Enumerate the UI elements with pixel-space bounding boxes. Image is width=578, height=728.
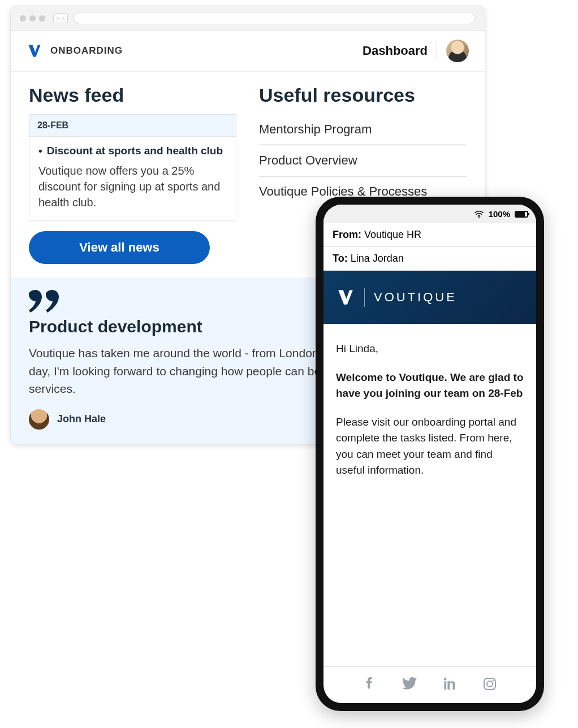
svg-point-4 bbox=[487, 681, 493, 687]
mail-body: Hi Linda, Welcome to Voutique. We are gl… bbox=[323, 324, 536, 666]
resources-heading: Useful resources bbox=[259, 84, 467, 106]
traffic-dot-icon bbox=[39, 15, 45, 21]
svg-rect-3 bbox=[484, 678, 495, 690]
mail-to-row: To: Lina Jordan bbox=[323, 247, 536, 271]
brand: ONBOARDING bbox=[27, 43, 123, 59]
resource-link[interactable]: Mentorship Program bbox=[259, 114, 467, 145]
mail-greeting: Hi Linda, bbox=[336, 341, 524, 357]
twitter-icon[interactable] bbox=[402, 677, 417, 690]
battery-percentage: 100% bbox=[489, 209, 510, 219]
quote-icon bbox=[29, 290, 59, 313]
to-value: Lina Jordan bbox=[351, 253, 404, 264]
facebook-icon[interactable] bbox=[363, 677, 376, 690]
news-title: Discount at sports and health club bbox=[38, 145, 227, 157]
mail-paragraph: Please visit our onboarding portal and c… bbox=[336, 414, 524, 479]
view-all-news-button[interactable]: View all news bbox=[29, 231, 210, 264]
svg-point-0 bbox=[38, 45, 40, 47]
window-traffic-lights bbox=[20, 15, 45, 21]
news-body: Discount at sports and health club Vouti… bbox=[29, 137, 236, 220]
url-bar[interactable] bbox=[74, 12, 476, 24]
svg-point-1 bbox=[478, 216, 480, 218]
news-feed-heading: News feed bbox=[29, 84, 236, 106]
phone-frame: 100% From: Voutique HR To: Lina Jordan V… bbox=[316, 197, 544, 711]
divider bbox=[364, 288, 365, 307]
news-feed-column: News feed 28-FEB Discount at sports and … bbox=[29, 84, 236, 278]
dashboard-link[interactable]: Dashboard bbox=[363, 44, 428, 58]
traffic-dot-icon bbox=[29, 15, 36, 21]
header-actions: Dashboard bbox=[363, 40, 469, 62]
news-text: Voutique now offers you a 25% discount f… bbox=[38, 163, 227, 210]
wifi-icon bbox=[474, 210, 484, 218]
battery-icon bbox=[515, 211, 528, 218]
phone-screen: 100% From: Voutique HR To: Lina Jordan V… bbox=[323, 205, 536, 703]
news-date: 28-FEB bbox=[29, 115, 236, 137]
page-title: ONBOARDING bbox=[50, 45, 123, 57]
instagram-icon[interactable] bbox=[483, 677, 497, 691]
mail-from-row: From: Voutique HR bbox=[323, 223, 536, 247]
phone-status-bar: 100% bbox=[323, 205, 536, 223]
from-label: From: bbox=[333, 229, 361, 240]
news-card: 28-FEB Discount at sports and health clu… bbox=[29, 114, 236, 221]
mail-brand-title: VOUTIQUE bbox=[374, 290, 457, 305]
from-value: Voutique HR bbox=[364, 229, 421, 240]
mail-welcome: Welcome to Voutique. We are glad to have… bbox=[336, 370, 524, 402]
app-header: ONBOARDING Dashboard bbox=[11, 31, 485, 72]
logo-icon bbox=[27, 43, 42, 59]
svg-point-5 bbox=[493, 680, 494, 682]
mail-social-footer bbox=[323, 666, 536, 703]
mail-brand-banner: VOUTIQUE bbox=[323, 271, 536, 324]
browser-chrome: < > bbox=[11, 6, 485, 31]
svg-point-2 bbox=[350, 291, 352, 293]
nav-arrows-icon[interactable]: < > bbox=[53, 13, 68, 23]
author-name: John Hale bbox=[57, 413, 106, 425]
linkedin-icon[interactable] bbox=[443, 677, 457, 690]
resource-link[interactable]: Product Overview bbox=[259, 145, 467, 176]
divider bbox=[437, 42, 437, 60]
traffic-dot-icon bbox=[20, 15, 26, 21]
to-label: To: bbox=[333, 253, 348, 264]
logo-icon bbox=[336, 288, 355, 307]
author-avatar bbox=[29, 409, 49, 430]
profile-avatar[interactable] bbox=[446, 40, 469, 62]
